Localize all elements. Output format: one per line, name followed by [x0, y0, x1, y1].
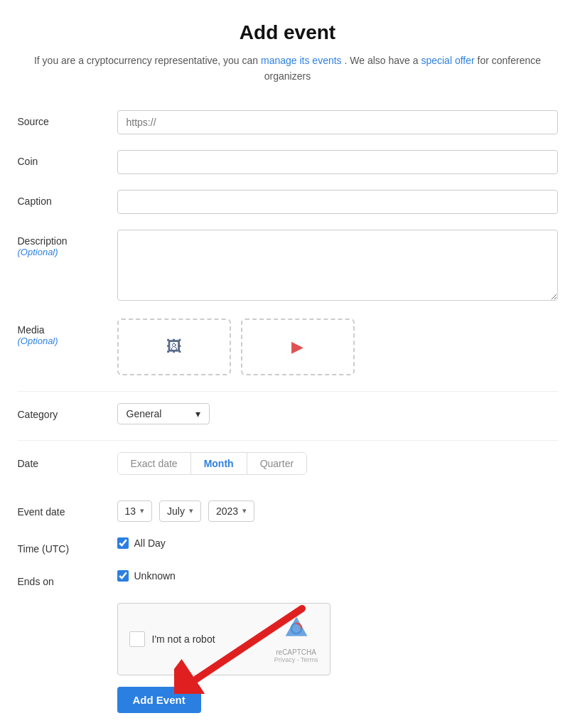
submit-control: I'm not a robot reCAPTCHA Privacy - Term…	[117, 603, 558, 713]
coin-row: Coin	[18, 150, 558, 174]
year-chevron-icon: ▾	[242, 506, 247, 515]
caption-input[interactable]	[117, 190, 558, 214]
tab-quarter[interactable]: Quarter	[247, 453, 306, 474]
ends-on-row: Ends on Unknown	[18, 570, 558, 587]
day-chevron-icon: ▾	[140, 506, 144, 515]
category-dropdown[interactable]: General ▾	[117, 403, 210, 424]
date-row: Date Exact date Month Quarter	[18, 452, 558, 485]
recaptcha-logo-icon	[274, 615, 318, 647]
event-date-label: Event date	[18, 500, 117, 518]
month-value: July	[167, 505, 185, 517]
date-dropdowns: 13 ▾ July ▾ 2023 ▾	[117, 500, 558, 522]
source-label: Source	[18, 110, 117, 127]
ends-on-label: Ends on	[18, 570, 117, 587]
year-dropdown[interactable]: 2023 ▾	[208, 500, 254, 522]
category-chevron-icon: ▾	[195, 408, 200, 419]
recaptcha-right: reCAPTCHA Privacy - Terms	[274, 615, 318, 663]
recaptcha-brand: reCAPTCHA	[274, 648, 318, 656]
month-dropdown[interactable]: July ▾	[159, 500, 201, 522]
ends-on-control: Unknown	[117, 570, 558, 582]
divider-1	[18, 391, 558, 392]
description-control	[117, 230, 558, 303]
arrow-wrapper: Add Event	[117, 687, 558, 713]
unknown-checkbox[interactable]	[117, 570, 129, 582]
source-input[interactable]	[117, 110, 558, 134]
time-label: Time (UTC)	[18, 537, 117, 555]
unknown-label: Unknown	[134, 570, 176, 582]
category-control: General ▾	[117, 403, 558, 424]
divider-2	[18, 440, 558, 441]
recaptcha-text: I'm not a robot	[152, 633, 215, 645]
media-row: Media (Optional) 🖼 ▶	[18, 318, 558, 375]
source-control	[117, 110, 558, 134]
date-tabs: Exact date Month Quarter	[117, 452, 308, 475]
submit-label-spacer	[18, 603, 117, 609]
page-title: Add event	[14, 21, 561, 44]
caption-row: Caption	[18, 190, 558, 214]
subtitle-middle: . We also have a	[345, 55, 419, 66]
description-row: Description (Optional)	[18, 230, 558, 303]
image-upload-icon: 🖼	[166, 338, 182, 356]
video-upload-icon: ▶	[291, 338, 303, 356]
event-date-control: 13 ▾ July ▾ 2023 ▾	[117, 500, 558, 522]
recaptcha-box: I'm not a robot reCAPTCHA Privacy - Term…	[117, 603, 331, 675]
day-value: 13	[125, 505, 136, 517]
submit-row: I'm not a robot reCAPTCHA Privacy - Term…	[18, 603, 558, 713]
month-chevron-icon: ▾	[189, 506, 193, 515]
coin-label: Coin	[18, 150, 117, 167]
coin-control	[117, 150, 558, 174]
recaptcha-links: Privacy - Terms	[274, 656, 318, 663]
recaptcha-checkbox[interactable]	[129, 631, 145, 647]
subtitle-text: If you are a cryptocurrency representati…	[34, 55, 258, 66]
coin-input[interactable]	[117, 150, 558, 174]
day-dropdown[interactable]: 13 ▾	[117, 500, 153, 522]
category-label: Category	[18, 403, 117, 420]
page-subtitle: If you are a cryptocurrency representati…	[14, 53, 561, 85]
video-upload-box[interactable]: ▶	[241, 318, 355, 375]
category-row: Category General ▾	[18, 403, 558, 424]
source-row: Source	[18, 110, 558, 134]
year-value: 2023	[216, 505, 238, 517]
page-container: Add event If you are a cryptocurrency re…	[14, 21, 561, 728]
unknown-checkbox-row: Unknown	[117, 570, 558, 582]
caption-control	[117, 190, 558, 214]
tab-exact-date[interactable]: Exact date	[118, 453, 191, 474]
special-offer-link[interactable]: special offer	[421, 55, 474, 66]
all-day-checkbox[interactable]	[117, 537, 129, 549]
form-container: Source Coin Caption Description (Optiona…	[18, 110, 558, 713]
manage-events-link[interactable]: manage its events	[261, 55, 342, 66]
time-control: All Day	[117, 537, 558, 549]
media-upload-row: 🖼 ▶	[117, 318, 558, 375]
event-date-row: Event date 13 ▾ July ▾ 2023 ▾	[18, 500, 558, 522]
category-value: General	[127, 408, 162, 419]
date-control: Exact date Month Quarter	[117, 452, 558, 485]
description-textarea[interactable]	[117, 230, 558, 301]
date-label: Date	[18, 452, 117, 469]
all-day-checkbox-row: All Day	[117, 537, 558, 549]
tab-month[interactable]: Month	[191, 453, 247, 474]
media-control: 🖼 ▶	[117, 318, 558, 375]
time-row: Time (UTC) All Day	[18, 537, 558, 555]
media-label: Media (Optional)	[18, 318, 117, 346]
add-event-button[interactable]: Add Event	[117, 687, 201, 713]
all-day-label: All Day	[134, 537, 166, 549]
image-upload-box[interactable]: 🖼	[117, 318, 231, 375]
caption-label: Caption	[18, 190, 117, 207]
description-label: Description (Optional)	[18, 230, 117, 257]
recaptcha-left: I'm not a robot	[129, 631, 215, 647]
